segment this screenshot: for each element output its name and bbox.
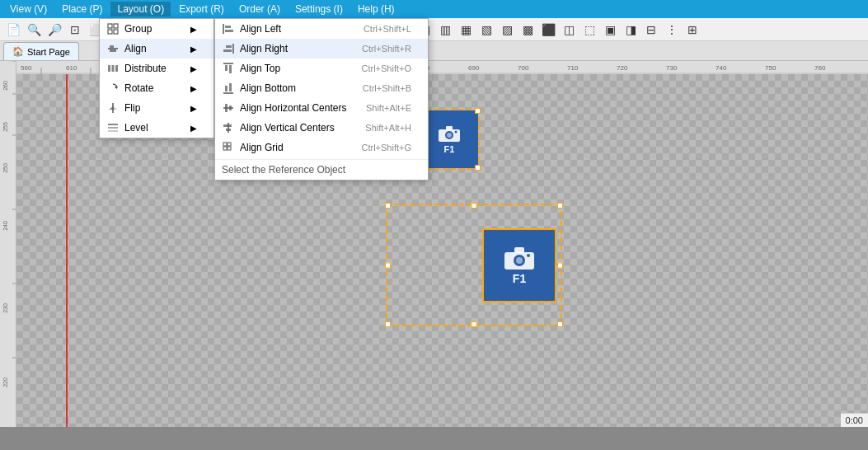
handle-bm-2[interactable] [472, 321, 477, 327]
icon-box-1: F1 [420, 110, 478, 168]
menu-place[interactable]: Place (P) [55, 2, 109, 16]
svg-text:560: 560 [21, 64, 32, 72]
svg-rect-45 [108, 24, 112, 28]
shortcut-align-right: Ctrl+Shift+R [362, 44, 411, 54]
submenu-align-left[interactable]: Align Left Ctrl+Shift+L [215, 19, 428, 39]
menu-level[interactable]: Level ▶ [100, 118, 213, 138]
rotate-icon [106, 82, 120, 95]
align-h-center-icon [222, 101, 235, 115]
svg-rect-76 [229, 105, 232, 110]
svg-rect-79 [226, 129, 231, 131]
menu-rotate[interactable]: Rotate ▶ [100, 78, 213, 98]
svg-text:230: 230 [2, 303, 8, 313]
t11[interactable]: ◫ [559, 20, 579, 40]
new-button[interactable]: 📄 [3, 20, 23, 40]
camera-svg-1 [438, 124, 461, 143]
statusbar: 0:00 [841, 413, 868, 427]
menu-help[interactable]: Help (H) [351, 2, 401, 16]
submenu-align-grid[interactable]: Align Grid Ctrl+Shift+G [215, 138, 428, 157]
menu-rotate-label: Rotate [124, 82, 153, 94]
svg-rect-67 [223, 49, 232, 52]
menu-distribute-arrow: ▶ [190, 64, 197, 73]
submenu-align-top-label: Align Top [240, 63, 280, 74]
t14[interactable]: ◨ [621, 20, 640, 40]
menubar: View (V) Place (P) Layout (O) Export (R)… [0, 0, 868, 18]
submenu-align: Align Left Ctrl+Shift+L Align Right Ctrl… [214, 18, 429, 180]
t9[interactable]: ▩ [518, 20, 537, 40]
submenu-align-top[interactable]: Align Top Ctrl+Shift+O [215, 59, 428, 78]
t12[interactable]: ⬚ [579, 20, 599, 40]
submenu-align-right-label: Align Right [240, 43, 288, 54]
t15[interactable]: ⊟ [641, 20, 661, 40]
handle-tl-2[interactable] [385, 203, 391, 209]
tab-label: Start Page [27, 47, 70, 57]
menu-order[interactable]: Order (A) [232, 2, 287, 16]
time-display: 0:00 [846, 415, 863, 425]
zoom-out-button[interactable]: 🔍 [24, 20, 44, 40]
svg-text:760: 760 [814, 64, 826, 72]
t6[interactable]: ▦ [456, 20, 476, 40]
start-page-tab[interactable]: 🏠 Start Page [3, 42, 79, 60]
svg-rect-81 [228, 143, 231, 146]
svg-rect-53 [112, 65, 115, 72]
svg-text:220: 220 [2, 377, 8, 387]
menu-export[interactable]: Export (R) [172, 2, 231, 16]
t13[interactable]: ▣ [600, 20, 620, 40]
ruler-left: 260 255 250 240 230 220 [0, 61, 16, 427]
svg-rect-72 [225, 86, 228, 91]
submenu-align-h-center[interactable]: Align Horizontal Centers Shift+Alt+E [215, 98, 428, 118]
group-icon [106, 22, 120, 35]
svg-text:700: 700 [518, 64, 529, 72]
menu-layout[interactable]: Layout (O) [110, 2, 171, 16]
svg-point-37 [447, 133, 452, 138]
icon-box-2: F1 [482, 228, 556, 302]
svg-text:740: 740 [716, 64, 727, 72]
svg-rect-50 [110, 45, 114, 48]
svg-rect-63 [225, 26, 231, 28]
menu-flip-label: Flip [124, 102, 140, 114]
t10[interactable]: ⬛ [538, 20, 558, 40]
submenu-align-v-center[interactable]: Align Vertical Centers Shift+Alt+H [215, 118, 428, 138]
zoom-in-button[interactable]: 🔎 [45, 20, 64, 40]
t17[interactable]: ⊞ [683, 20, 702, 40]
shortcut-align-left: Ctrl+Shift+L [364, 24, 411, 34]
handle-mr-2[interactable] [557, 262, 563, 268]
home-icon: 🏠 [12, 46, 24, 57]
svg-text:260: 260 [2, 81, 8, 91]
canvas-object-1[interactable]: F1 [420, 110, 478, 168]
menu-level-label: Level [124, 122, 148, 134]
svg-rect-61 [108, 130, 118, 132]
svg-text:690: 690 [468, 64, 480, 72]
handle-tm-2[interactable] [472, 203, 477, 209]
t16[interactable]: ⋮ [662, 20, 682, 40]
fit-button[interactable]: ⊡ [65, 20, 85, 40]
submenu-align-bottom[interactable]: Align Bottom Ctrl+Shift+B [215, 78, 428, 98]
handle-tr-1[interactable] [475, 108, 481, 114]
svg-text:240: 240 [2, 221, 8, 231]
svg-text:720: 720 [617, 64, 628, 72]
svg-rect-60 [108, 127, 118, 129]
submenu-align-left-label: Align Left [240, 23, 281, 35]
menu-view[interactable]: View (V) [3, 2, 54, 16]
menu-group[interactable]: Group ▶ [100, 19, 213, 39]
submenu-align-right[interactable]: Align Right Ctrl+Shift+R [215, 39, 428, 59]
handle-br-2[interactable] [557, 321, 563, 327]
svg-rect-48 [114, 30, 118, 34]
handle-bl-2[interactable] [385, 321, 391, 327]
handle-tr-2[interactable] [557, 203, 563, 209]
submenu-align-h-center-label: Align Horizontal Centers [240, 102, 346, 114]
t8[interactable]: ▨ [497, 20, 517, 40]
menu-flip[interactable]: Flip ▶ [100, 98, 213, 118]
t5[interactable]: ▥ [435, 20, 455, 40]
menu-settings[interactable]: Settings (I) [289, 2, 350, 16]
menu-distribute[interactable]: Distribute ▶ [100, 59, 213, 78]
align-v-center-icon [222, 121, 235, 134]
handle-ml-2[interactable] [385, 262, 391, 268]
svg-point-39 [455, 131, 457, 134]
canvas-object-2[interactable]: F1 [387, 205, 561, 325]
svg-rect-64 [225, 30, 233, 32]
context-menu-level1: Group ▶ Align ▶ Distribute ▶ Rotate ▶ [99, 18, 214, 138]
handle-br-1[interactable] [475, 165, 481, 171]
t7[interactable]: ▧ [476, 20, 496, 40]
menu-align[interactable]: Align ▶ [100, 39, 213, 59]
